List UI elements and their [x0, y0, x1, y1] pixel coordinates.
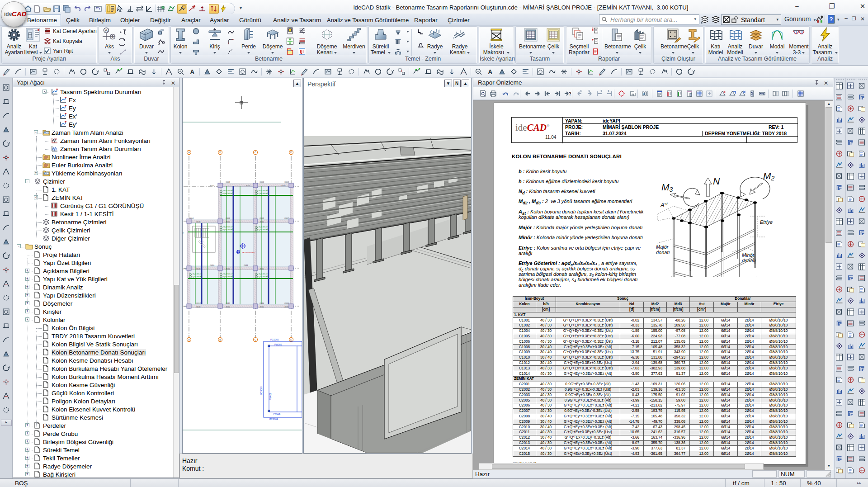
svg-text:donatı: donatı [656, 250, 670, 255]
svg-text:Q=0.5t/cm²: Q=0.5t/cm² [259, 192, 268, 194]
svg-text:4000: 4000 [259, 306, 264, 308]
svg-text:PCS003: PCS003 [260, 386, 263, 395]
svg-text:B: B [219, 338, 221, 341]
svg-text:PCS002: PCS002 [270, 338, 279, 341]
svg-text:f(t): f(t) [54, 137, 57, 140]
svg-text:Q=0.5t/cm²: Q=0.5t/cm² [223, 228, 233, 231]
svg-text:donatı: donatı [742, 258, 756, 263]
svg-text:G=0.5t/cm²: G=0.5t/cm² [223, 189, 233, 192]
svg-text:C016: C016 [284, 302, 289, 304]
svg-text:KAT:Betonarme1: KAT:Betonarme1 [242, 251, 256, 254]
svg-text:C009: C009 [259, 217, 264, 219]
svg-text:C002: C002 [259, 181, 264, 183]
svg-text:3040: 3040 [196, 306, 201, 308]
svg-text:4000: 4000 [281, 184, 286, 187]
svg-text:C003: C003 [284, 181, 289, 183]
svg-text:u: u [643, 92, 645, 95]
svg-text:PW006: PW006 [269, 392, 272, 400]
svg-text:G=0.5t/cm²: G=0.5t/cm² [259, 226, 268, 228]
svg-text:Q=0.5t/cm²: Q=0.5t/cm² [223, 192, 233, 194]
svg-text:C012: C012 [196, 302, 201, 304]
svg-text:PW005: PW005 [273, 412, 281, 415]
svg-text:G=0.5t/cm²: G=0.5t/cm² [259, 189, 268, 192]
svg-text:3040: 3040 [196, 268, 201, 270]
svg-text:Q=0.5t/cm²: Q=0.5t/cm² [223, 275, 233, 278]
svg-text:Majör: Majör [656, 244, 669, 250]
svg-text:G=0.5t/cm²: G=0.5t/cm² [259, 273, 268, 275]
svg-text:C001: C001 [226, 181, 231, 183]
svg-text:PCS004: PCS004 [269, 418, 278, 421]
svg-text:G=0.5t/cm²: G=0.5t/cm² [223, 273, 233, 275]
svg-text:3040: 3040 [196, 221, 201, 223]
svg-text:F3: F3 [184, 268, 186, 270]
svg-text:C011: C011 [244, 264, 248, 266]
svg-text:A: A [190, 68, 194, 76]
svg-text:C004: C004 [189, 217, 194, 219]
svg-text:N: N [713, 176, 720, 186]
svg-text:C010: C010 [210, 264, 215, 266]
svg-text:A: A [105, 28, 108, 33]
svg-text:A: A [188, 151, 190, 154]
svg-text:PW002: PW002 [274, 343, 282, 346]
svg-text:Minör: Minör [742, 252, 755, 258]
svg-text:B: B [219, 151, 221, 154]
svg-text:G=0.5t/cm²: G=0.5t/cm² [193, 273, 202, 275]
svg-text:4000: 4000 [284, 306, 289, 308]
svg-text:Etriye: Etriye [760, 219, 773, 225]
svg-text:C: C [255, 338, 256, 341]
svg-text:A: A [488, 68, 492, 76]
svg-text:Ast: Ast [660, 202, 668, 208]
svg-text:C007: C007 [284, 217, 289, 219]
svg-text:Q=0.5t/cm²: Q=0.5t/cm² [193, 275, 202, 278]
svg-text:?: ? [569, 91, 571, 96]
svg-text:C014: C014 [259, 302, 264, 304]
svg-text:D: D [290, 151, 292, 154]
svg-text:4000: 4000 [259, 268, 264, 270]
svg-text:F2: F2 [184, 305, 186, 307]
svg-text:4000: 4000 [226, 268, 230, 270]
svg-text:F: F [183, 232, 184, 234]
svg-text:D: D [290, 338, 292, 341]
svg-text:M2: M2 [763, 171, 775, 182]
svg-text:M3: M3 [661, 182, 673, 193]
svg-text:Q=0.5t/cm²: Q=0.5t/cm² [259, 275, 268, 278]
svg-text:4000: 4000 [259, 221, 264, 223]
svg-text:Q=0.5t/cm²: Q=0.5t/cm² [259, 228, 268, 231]
svg-text:C008: C008 [226, 217, 231, 219]
svg-text:4000: 4000 [210, 184, 214, 187]
svg-text:C013: C013 [226, 302, 231, 304]
svg-text:A: A [188, 338, 190, 341]
svg-text:C: C [255, 151, 256, 154]
svg-text:G=0.5t/cm²: G=0.5t/cm² [223, 226, 233, 228]
svg-text:4000: 4000 [226, 221, 230, 223]
svg-text:4000: 4000 [246, 184, 250, 187]
svg-text:4000: 4000 [226, 306, 230, 308]
